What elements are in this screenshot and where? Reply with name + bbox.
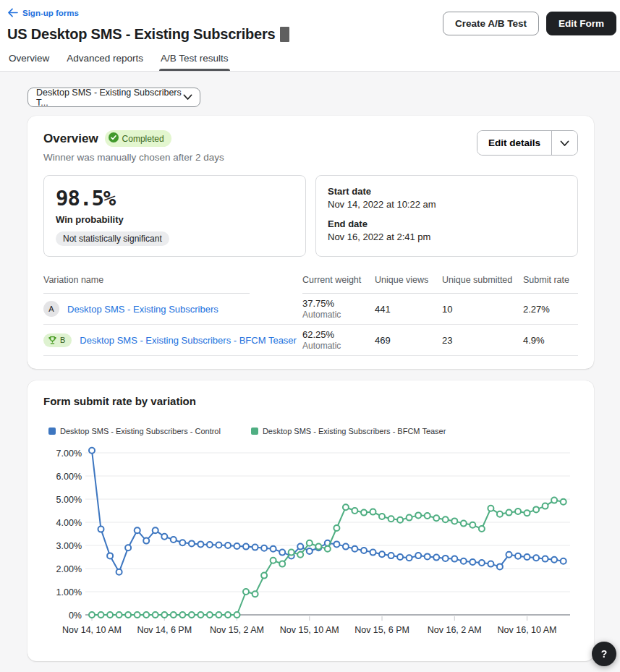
variation-a-link[interactable]: Desktop SMS - Existing Subscribers: [67, 304, 218, 315]
svg-text:Nov 15, 10 AM: Nov 15, 10 AM: [280, 625, 339, 635]
svg-text:Nov 14, 10 AM: Nov 14, 10 AM: [62, 625, 122, 635]
overview-card: Overview Completed Winner was manually c…: [27, 116, 594, 369]
chart-plot-area: 0%1.00%2.00%3.00%4.00%5.00%6.00%7.00%Nov…: [43, 443, 578, 648]
variations-table: Variation name Current weight Unique vie…: [43, 275, 578, 356]
test-variant-select[interactable]: Desktop SMS - Existing Subscribers T...: [27, 88, 200, 107]
legend-swatch-green: [251, 428, 258, 435]
edit-details-caret-button[interactable]: [551, 131, 577, 155]
overview-subtitle: Winner was manually chosen after 2 days: [43, 152, 224, 163]
svg-text:Nov 16, 2 AM: Nov 16, 2 AM: [428, 625, 482, 635]
status-badge-label: Completed: [122, 134, 164, 144]
tab-advanced-reports[interactable]: Advanced reports: [65, 53, 145, 71]
svg-text:Nov 14, 6 PM: Nov 14, 6 PM: [137, 625, 192, 635]
svg-text:0%: 0%: [69, 611, 82, 621]
back-link-label: Sign-up forms: [22, 9, 79, 17]
svg-text:Nov 16, 10 AM: Nov 16, 10 AM: [498, 625, 557, 635]
weight-mode: Automatic: [302, 341, 375, 351]
end-date-label: End date: [328, 218, 566, 229]
table-row-variation-b: B Desktop SMS - Existing Subscribers - B…: [43, 325, 578, 356]
edit-details-split-button: Edit details: [477, 130, 578, 156]
svg-text:3.00%: 3.00%: [56, 541, 82, 551]
start-date-label: Start date: [328, 186, 566, 197]
svg-text:6.00%: 6.00%: [56, 472, 82, 482]
tab-bar: Overview Advanced reports A/B Test resul…: [7, 53, 620, 71]
page-header: Sign-up forms US Desktop SMS - Existing …: [0, 0, 620, 72]
tab-overview[interactable]: Overview: [7, 53, 51, 71]
dates-box: Start date Nov 14, 2022 at 10:22 am End …: [315, 175, 578, 257]
variation-b-link[interactable]: Desktop SMS - Existing Subscribers - BFC…: [80, 335, 297, 346]
redacted-text-block: [280, 27, 289, 42]
current-weight-value: 37.75%: [302, 298, 375, 309]
back-link[interactable]: Sign-up forms: [7, 8, 79, 17]
header-spacer: [250, 275, 302, 294]
svg-text:7.00%: 7.00%: [56, 448, 82, 459]
arrow-left-icon: [7, 8, 18, 17]
start-date-value: Nov 14, 2022 at 10:22 am: [328, 199, 566, 210]
legend-label: Desktop SMS - Existing Subscribers - Con…: [60, 427, 221, 435]
unique-submitted-value: 23: [442, 335, 523, 346]
column-variation-name: Variation name: [43, 275, 250, 294]
unique-views-value: 469: [375, 335, 442, 346]
variations-table-header: Variation name Current weight Unique vie…: [43, 275, 578, 294]
column-unique-views: Unique views: [375, 275, 442, 294]
win-probability-value: 98.5%: [56, 186, 294, 210]
variation-a-badge: A: [43, 301, 59, 317]
chart-legend: Desktop SMS - Existing Subscribers - Con…: [48, 427, 578, 435]
page-title: US Desktop SMS - Existing Subscribers: [7, 26, 275, 43]
significance-badge: Not statistically significant: [56, 231, 169, 246]
svg-text:4.00%: 4.00%: [56, 518, 82, 528]
submit-rate-chart: 0%1.00%2.00%3.00%4.00%5.00%6.00%7.00%Nov…: [43, 443, 578, 651]
unique-submitted-value: 10: [442, 304, 523, 315]
current-weight-value: 62.25%: [302, 329, 375, 340]
svg-text:Nov 15, 6 PM: Nov 15, 6 PM: [354, 625, 409, 635]
chart-title: Form submit rate by variation: [43, 395, 578, 407]
trophy-icon: [48, 336, 57, 345]
unique-views-value: 441: [375, 304, 442, 315]
legend-item-bfcm-teaser: Desktop SMS - Existing Subscribers - BFC…: [251, 427, 446, 435]
svg-text:2.00%: 2.00%: [56, 564, 82, 574]
win-probability-box: 98.5% Win probability Not statistically …: [43, 175, 306, 257]
variation-b-winner-badge: B: [43, 333, 72, 347]
column-current-weight: Current weight: [302, 275, 375, 294]
svg-text:1.00%: 1.00%: [56, 587, 82, 597]
tab-ab-test-results[interactable]: A/B Test results: [159, 53, 230, 71]
main-content: Desktop SMS - Existing Subscribers T... …: [0, 72, 620, 661]
column-unique-submitted: Unique submitted: [442, 275, 523, 294]
edit-details-button[interactable]: Edit details: [477, 131, 551, 155]
legend-label: Desktop SMS - Existing Subscribers - BFC…: [263, 427, 446, 435]
win-probability-label: Win probability: [56, 214, 294, 225]
legend-item-control: Desktop SMS - Existing Subscribers - Con…: [48, 427, 221, 435]
help-button[interactable]: ?: [592, 642, 616, 666]
submit-rate-value: 2.27%: [523, 304, 578, 315]
chevron-down-icon: [560, 137, 569, 150]
overview-card-title: Overview: [43, 132, 98, 146]
table-row-variation-a: A Desktop SMS - Existing Subscribers 37.…: [43, 294, 578, 325]
edit-form-button[interactable]: Edit Form: [546, 12, 616, 35]
variation-b-weight-cell: 62.25% Automatic: [302, 329, 375, 351]
svg-text:5.00%: 5.00%: [56, 495, 82, 505]
submit-rate-value: 4.9%: [523, 335, 578, 346]
test-variant-select-value: Desktop SMS - Existing Subscribers T...: [36, 88, 183, 108]
end-date-value: Nov 16, 2022 at 2:41 pm: [328, 231, 566, 242]
weight-mode: Automatic: [302, 310, 375, 320]
status-badge: Completed: [105, 130, 171, 147]
column-submit-rate: Submit rate: [523, 275, 578, 294]
variation-b-badge-label: B: [60, 336, 65, 344]
check-circle-icon: [109, 132, 119, 145]
create-ab-test-button[interactable]: Create A/B Test: [443, 12, 539, 35]
svg-text:Nov 15, 2 AM: Nov 15, 2 AM: [210, 625, 264, 635]
chart-card: Form submit rate by variation Desktop SM…: [27, 380, 594, 661]
variation-a-weight-cell: 37.75% Automatic: [302, 298, 375, 320]
chevron-down-icon: [183, 94, 192, 101]
legend-swatch-blue: [48, 428, 56, 435]
